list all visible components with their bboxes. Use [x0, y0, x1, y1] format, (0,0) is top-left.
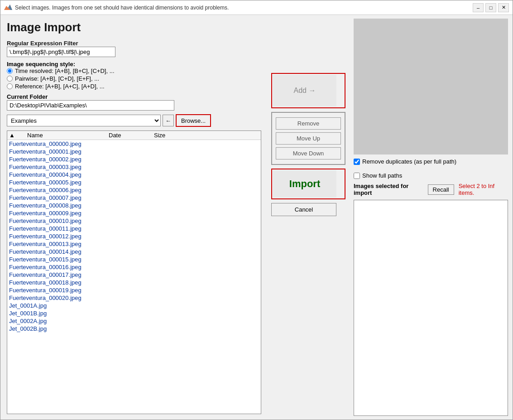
folder-select[interactable]: Examples — [7, 115, 161, 126]
filter-input[interactable] — [7, 47, 115, 57]
add-btn-wrapper: Add → — [271, 73, 345, 108]
list-item[interactable]: Fuerteventura_000007.jpeg — [7, 194, 261, 202]
selected-header-row: Images selected for import Recall Select… — [354, 183, 508, 196]
middle-panel: Add → Remove Move Up Move Down Import Ca… — [268, 15, 349, 420]
cancel-button[interactable]: Cancel — [271, 203, 336, 216]
matlab-icon — [4, 4, 12, 12]
maximize-button[interactable]: □ — [485, 3, 496, 12]
nav-back-button[interactable]: ← — [163, 115, 174, 126]
list-item[interactable]: Fuerteventura_000004.jpeg — [7, 171, 261, 179]
window-title: Select images. Images from one set shoul… — [15, 5, 229, 11]
selected-label: Images selected for import — [354, 183, 423, 196]
radio-pairwise-label: Pairwise: [A+B], [C+D], [E+F], ... — [15, 75, 99, 82]
close-button[interactable]: ✕ — [498, 3, 509, 12]
select-hint: Select 2 to Inf items. — [459, 183, 508, 196]
minimize-button[interactable]: – — [473, 3, 484, 12]
list-item[interactable]: Fuerteventura_000017.jpeg — [7, 271, 261, 279]
list-item[interactable]: Fuerteventura_000013.jpeg — [7, 240, 261, 248]
radio-pairwise-input[interactable] — [7, 76, 13, 82]
sequencing-section: Image sequencing style: Time resolved: [… — [7, 61, 261, 90]
radio-reference-input[interactable] — [7, 83, 13, 89]
list-item[interactable]: Fuerteventura_000016.jpeg — [7, 263, 261, 271]
title-bar-left: Select images. Images from one set shoul… — [4, 4, 229, 12]
list-item[interactable]: Fuerteventura_000002.jpeg — [7, 155, 261, 163]
radio-reference[interactable]: Reference: [A+B], [A+C], [A+D], ... — [7, 83, 261, 90]
list-item[interactable]: Fuerteventura_000014.jpeg — [7, 248, 261, 256]
filter-label: Regular Expression Filter — [7, 40, 261, 47]
list-item[interactable]: Fuerteventura_000009.jpeg — [7, 209, 261, 217]
file-list-header: ▲ Name Date Size — [7, 131, 261, 140]
title-bar: Select images. Images from one set shoul… — [0, 0, 513, 15]
import-btn-wrapper: Import — [271, 169, 345, 199]
list-item[interactable]: Fuerteventura_000015.jpeg — [7, 256, 261, 263]
list-item[interactable]: Fuerteventura_000012.jpeg — [7, 232, 261, 240]
folder-path-input[interactable] — [7, 100, 174, 111]
import-button[interactable]: Import — [273, 170, 336, 198]
radio-time-label: Time resolved: [A+B], [B+C], [C+D], ... — [15, 68, 115, 74]
list-item[interactable]: Fuerteventura_000010.jpeg — [7, 217, 261, 225]
file-list: Fuerteventura_000000.jpegFuerteventura_0… — [7, 140, 261, 414]
remove-button[interactable]: Remove — [276, 117, 341, 130]
move-down-button[interactable]: Move Down — [276, 147, 341, 159]
action-buttons-group: Remove Move Up Move Down — [271, 112, 345, 165]
list-item[interactable]: Fuerteventura_000003.jpeg — [7, 163, 261, 171]
list-item[interactable]: Fuerteventura_000018.jpeg — [7, 279, 261, 286]
sequencing-radio-group: Time resolved: [A+B], [B+C], [C+D], ... … — [7, 68, 261, 90]
preview-area — [354, 19, 508, 154]
sequencing-label: Image sequencing style: — [7, 61, 261, 68]
list-item[interactable]: Fuerteventura_000019.jpeg — [7, 286, 261, 294]
main-content: Image Import Regular Expression Filter I… — [0, 15, 513, 420]
list-item[interactable]: Fuerteventura_000001.jpeg — [7, 148, 261, 155]
app-title: Image Import — [7, 20, 261, 34]
browse-button[interactable]: Browse... — [176, 114, 211, 127]
file-list-area: ▲ Name Date Size Fuerteventura_000000.jp… — [7, 130, 261, 414]
list-item[interactable]: Jet_0002A.jpg — [7, 317, 261, 325]
list-item[interactable]: Fuerteventura_000000.jpeg — [7, 140, 261, 148]
col-name[interactable]: Name — [27, 132, 100, 139]
remove-duplicates-label: Remove duplicates (as per full path) — [362, 158, 456, 165]
list-item[interactable]: Fuerteventura_000005.jpeg — [7, 179, 261, 186]
recall-button[interactable]: Recall — [428, 184, 454, 195]
left-panel: Image Import Regular Expression Filter I… — [0, 15, 268, 420]
folder-section: Current Folder — [7, 93, 261, 111]
list-item[interactable]: Fuerteventura_000011.jpeg — [7, 225, 261, 232]
remove-duplicates-option[interactable]: Remove duplicates (as per full path) — [354, 158, 456, 165]
radio-reference-label: Reference: [A+B], [A+C], [A+D], ... — [15, 83, 105, 90]
move-up-button[interactable]: Move Up — [276, 132, 341, 145]
right-panel: Remove duplicates (as per full path) Sho… — [349, 15, 513, 420]
folder-label: Current Folder — [7, 93, 261, 100]
options-row: Remove duplicates (as per full path) Sho… — [354, 158, 508, 179]
main-window: Select images. Images from one set shoul… — [0, 0, 513, 420]
list-item[interactable]: Jet_0001B.jpg — [7, 309, 261, 317]
list-item[interactable]: Jet_0001A.jpg — [7, 302, 261, 309]
sort-icon: ▲ — [9, 132, 18, 139]
add-button[interactable]: Add → — [273, 75, 336, 106]
title-bar-controls: – □ ✕ — [473, 3, 509, 12]
show-full-paths-label: Show full paths — [362, 172, 402, 179]
remove-duplicates-checkbox[interactable] — [354, 159, 360, 165]
filter-section: Regular Expression Filter — [7, 40, 261, 57]
radio-time-input[interactable] — [7, 68, 13, 74]
list-item[interactable]: Jet_0002B.jpg — [7, 325, 261, 333]
list-item[interactable]: Fuerteventura_000020.jpeg — [7, 294, 261, 302]
selected-list-area[interactable] — [354, 200, 508, 416]
show-full-paths-option[interactable]: Show full paths — [354, 172, 402, 179]
list-item[interactable]: Fuerteventura_000008.jpeg — [7, 202, 261, 209]
radio-time[interactable]: Time resolved: [A+B], [B+C], [C+D], ... — [7, 68, 261, 74]
folder-nav-row: Examples ← Browse... — [7, 114, 261, 127]
col-date[interactable]: Date — [109, 132, 145, 139]
col-size[interactable]: Size — [154, 132, 177, 139]
radio-pairwise[interactable]: Pairwise: [A+B], [C+D], [E+F], ... — [7, 75, 261, 82]
list-item[interactable]: Fuerteventura_000006.jpeg — [7, 186, 261, 194]
show-full-paths-checkbox[interactable] — [354, 173, 360, 179]
